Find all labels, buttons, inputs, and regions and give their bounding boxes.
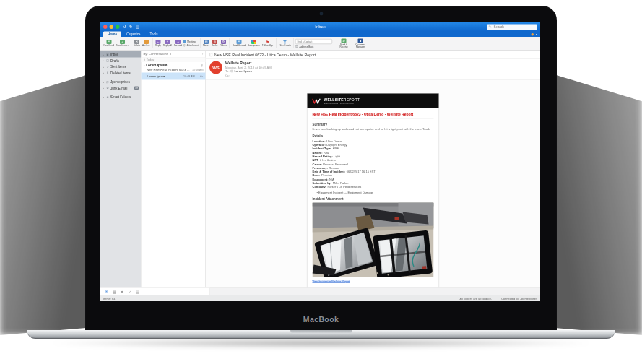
- categorize-button[interactable]: Categorize▾: [247, 40, 261, 48]
- zoom-button[interactable]: [116, 25, 120, 29]
- detail-label: Equipment:: [313, 178, 329, 181]
- macbook-mockup: ↺ ↻ ▤ Inbox Home Organize Tools: [0, 0, 642, 364]
- minimize-button[interactable]: [110, 25, 114, 29]
- chevron-down-icon: ▾: [272, 45, 273, 47]
- disclosure-icon[interactable]: ▸: [103, 53, 105, 56]
- new-email-button[interactable]: ✉ New Email: [103, 40, 116, 48]
- incident-photo: [313, 202, 434, 277]
- disclosure-icon[interactable]: ▸: [103, 66, 105, 69]
- macbook-brand-label: MacBook: [85, 315, 557, 324]
- summary-heading: Summary: [313, 123, 434, 126]
- find-contact-input[interactable]: [295, 39, 332, 44]
- sort-label: By: Conversations: [144, 52, 168, 56]
- base-shadow: [43, 338, 599, 348]
- delete-label: Delete: [134, 45, 140, 47]
- main-area: ▸ ▣ Inbox ▸ ▤ Drafts ▸ ↗ Sent Items: [100, 51, 540, 288]
- tasks-module-icon[interactable]: ✓: [129, 290, 132, 294]
- chevron-down-icon: ▾: [226, 45, 227, 47]
- archive-button[interactable]: Archive: [142, 40, 151, 48]
- junk-button[interactable]: ⊘ Junk▾: [211, 40, 219, 48]
- disclosure-icon[interactable]: ▸: [103, 59, 105, 62]
- close-button[interactable]: [103, 25, 108, 29]
- sidebar-item-sent-items[interactable]: ▸ ↗ Sent Items: [100, 64, 141, 70]
- read-unread-button[interactable]: ✉ Read/Unread: [231, 40, 246, 48]
- group-label: Today: [147, 58, 154, 62]
- attachment-button[interactable]: Attachment: [183, 43, 199, 47]
- sidebar-item-drafts[interactable]: ▸ ▤ Drafts: [100, 58, 141, 64]
- address-book-button[interactable]: ▤ Address Book: [295, 45, 332, 48]
- meeting-button[interactable]: Meeting: [183, 40, 199, 43]
- tab-organize[interactable]: Organize: [122, 32, 144, 38]
- send-receive-button[interactable]: ⇄ Send & Receive: [336, 38, 352, 48]
- rules-button[interactable]: ⚙ Rules▾: [219, 40, 228, 48]
- junk-folder-icon: ⊘: [106, 87, 110, 90]
- avatar: WS: [209, 61, 222, 74]
- customer-manager-button[interactable]: ☻ Customer Manager: [352, 38, 369, 48]
- people-module-icon[interactable]: ☻: [120, 290, 124, 294]
- to-recipient[interactable]: Lorem Ipsum: [235, 69, 252, 73]
- sidebar-item-inbox[interactable]: ▸ ▣ Inbox: [100, 51, 141, 58]
- sidebar-item-label: Inbox: [110, 53, 118, 56]
- sidebar-item-smart-folders[interactable]: ▸ ✱ Smart Folders: [100, 94, 141, 100]
- reply-all-button[interactable]: « Reply All: [162, 40, 173, 48]
- camera-icon: [320, 12, 323, 15]
- ribbon-toolbar: ✉ New Email + New Items▾ ✕ Delete Arch: [100, 37, 540, 51]
- new-email-label: New Email: [104, 45, 115, 47]
- notes-module-icon[interactable]: ▤: [136, 290, 139, 294]
- move-button[interactable]: ▤ Move▾: [201, 40, 210, 48]
- delete-button[interactable]: ✕ Delete: [133, 40, 142, 48]
- disclosure-icon[interactable]: ▾: [103, 81, 105, 84]
- detail-value: Miles Parker: [333, 181, 349, 185]
- disclosure-icon[interactable]: ▸: [103, 87, 105, 90]
- calendar-module-icon[interactable]: ▦: [113, 290, 116, 294]
- forward-button[interactable]: → Forward: [173, 40, 183, 48]
- ribbon-collapse-icon[interactable]: ▾: [536, 33, 537, 37]
- detail-label: NPT:: [313, 158, 319, 162]
- tab-home[interactable]: Home: [103, 32, 121, 38]
- reply-button[interactable]: ← Reply: [154, 40, 162, 48]
- sidebar-item-label: Deleted Items: [110, 71, 131, 74]
- sidebar-item-deleted-items[interactable]: ▸ ✕ Deleted Items: [100, 70, 141, 77]
- junk-label: Junk: [212, 45, 217, 47]
- titlebar: ↺ ↻ ▤ Inbox: [100, 22, 540, 31]
- subject-row: New HSE Real Incident 6623 - Utica Demo …: [206, 51, 540, 59]
- message-row-selected[interactable]: Lorem Ipsum 10:49 AM: [142, 73, 206, 80]
- search-input[interactable]: [493, 25, 536, 29]
- detail-value: HSE: [333, 147, 339, 151]
- view-incident-link[interactable]: View Incident in Wellsite Report: [313, 280, 350, 283]
- detail-value: 0 hrs 0 mins: [320, 158, 336, 162]
- sender-name: Wellsite Report: [225, 61, 272, 66]
- filter-email-button[interactable]: Filter Email▾: [277, 40, 292, 48]
- folder-sidebar: ▸ ▣ Inbox ▸ ▤ Drafts ▸ ↗ Sent Items: [100, 51, 142, 288]
- rules-label: Rules: [220, 45, 226, 47]
- disclosure-icon[interactable]: ▸: [103, 96, 105, 99]
- conversation-row[interactable]: ∨ Lorem Ipsum New HSE Real Incident 6623…: [142, 62, 206, 73]
- detail-value: Process; Personnel: [323, 162, 348, 166]
- new-items-button[interactable]: + New Items▾: [116, 40, 129, 48]
- reading-pane: New HSE Real Incident 6623 - Utica Demo …: [206, 51, 540, 288]
- follow-up-label: Follow Up: [262, 45, 272, 47]
- detail-value: N/A: [329, 178, 334, 181]
- customer-manager-icon: ☻: [358, 38, 363, 43]
- disclosure-icon[interactable]: ▸: [103, 72, 105, 74]
- divider: [334, 38, 334, 48]
- sidebar-item-junk-email[interactable]: ▸ ⊘ Junk E-mail 59: [100, 85, 141, 92]
- sort-direction-icon[interactable]: ↑: [201, 52, 203, 56]
- sort-header[interactable]: By: Conversations ∨ ↑: [142, 51, 206, 58]
- conversation-expand-icon[interactable]: ∨: [144, 64, 145, 67]
- sidebar-item-account[interactable]: ▾ @ Jpenterprises: [100, 79, 141, 85]
- mail-module-icon[interactable]: ✉: [105, 290, 108, 294]
- undo-icon[interactable]: ↺: [123, 22, 127, 31]
- redo-icon[interactable]: ↻: [129, 22, 133, 31]
- view-grid-icon[interactable]: ▤: [136, 22, 139, 31]
- unread-count-badge: 59: [134, 87, 139, 90]
- search-box[interactable]: [487, 24, 537, 30]
- tab-tools[interactable]: Tools: [145, 32, 162, 38]
- detail-value: Permian: [321, 174, 332, 178]
- detail-label: Hazard Rating:: [313, 155, 333, 158]
- follow-up-button[interactable]: ⚑ Follow Up▾: [261, 40, 274, 48]
- chevron-down-icon: ▾: [209, 45, 209, 47]
- read-unread-label: Read/Unread: [233, 45, 246, 47]
- report-banner: WELLSITEREPORT Better Reporting | Greate…: [308, 94, 439, 108]
- ribbon-tabs: Home Organize Tools ▾: [100, 31, 540, 37]
